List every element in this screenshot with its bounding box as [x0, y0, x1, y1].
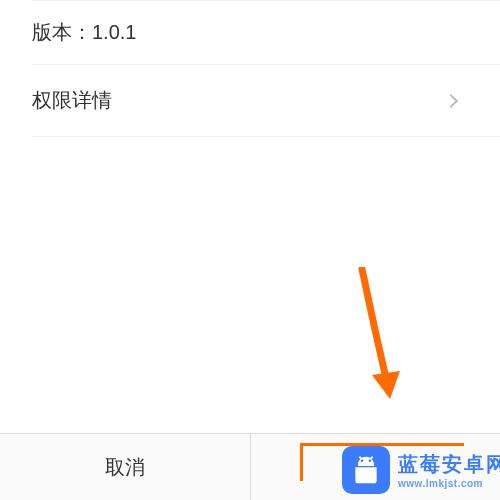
cancel-button[interactable]: 取消 [0, 434, 251, 500]
watermark-subtitle: www.lmkjst.com [398, 478, 500, 489]
watermark-text: 蓝莓安卓网 www.lmkjst.com [398, 451, 500, 489]
arrow-annotation-icon [354, 267, 404, 417]
svg-line-2 [359, 457, 362, 460]
watermark: 蓝莓安卓网 www.lmkjst.com [330, 440, 500, 500]
chevron-right-icon [444, 93, 458, 107]
watermark-title: 蓝莓安卓网 [398, 451, 500, 478]
version-label: 版本：1.0.1 [32, 21, 136, 43]
cancel-label: 取消 [105, 454, 145, 481]
version-row: 版本：1.0.1 [0, 1, 500, 64]
permissions-row[interactable]: 权限详情 [0, 65, 500, 136]
content-area [0, 137, 500, 425]
watermark-badge-icon [342, 446, 390, 494]
svg-line-3 [370, 457, 373, 460]
permissions-label: 权限详情 [32, 87, 112, 114]
